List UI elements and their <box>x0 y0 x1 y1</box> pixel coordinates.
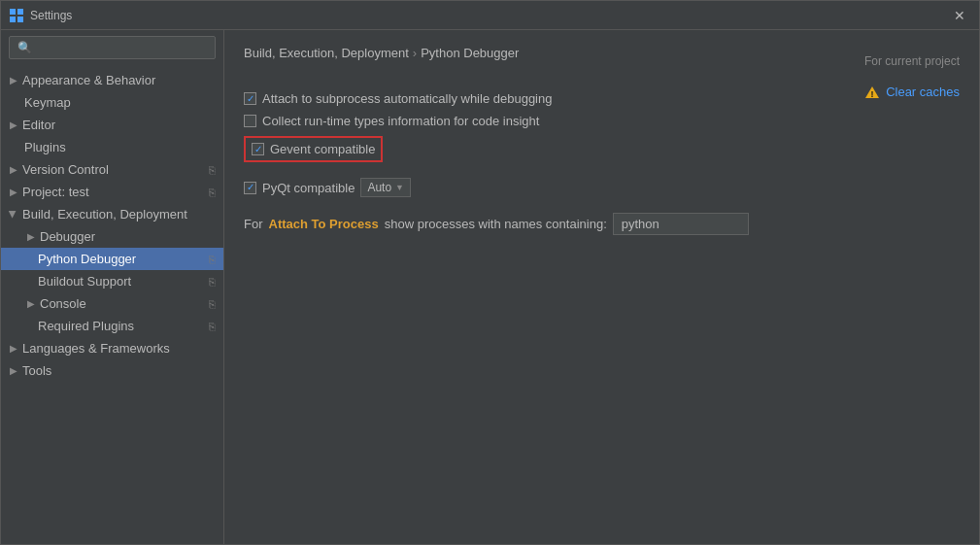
sidebar-item-appearance[interactable]: ▶ Appearance & Behavior <box>1 69 223 91</box>
sidebar-item-python-debugger[interactable]: Python Debugger ⎘ <box>1 248 223 270</box>
svg-text:!: ! <box>871 89 874 99</box>
sidebar-item-label: Keymap <box>24 95 71 110</box>
attach-bold-label: Attach To Process <box>269 217 379 231</box>
dropdown-arrow-icon: ▼ <box>395 183 404 192</box>
sidebar-item-languages[interactable]: ▶ Languages & Frameworks <box>1 337 223 359</box>
copy-icon: ⎘ <box>209 187 216 198</box>
search-input[interactable] <box>9 36 216 59</box>
arrow-open-icon: ▶ <box>7 208 20 221</box>
sidebar-item-label: Buildout Support <box>38 274 131 289</box>
sidebar-item-console[interactable]: ▶ Console ⎘ <box>1 292 223 315</box>
checkbox-runtime-label: Collect run-time types information for c… <box>262 114 539 128</box>
gevent-row: Gevent compatible <box>244 136 383 162</box>
clear-caches-button[interactable]: Clear caches <box>886 85 960 99</box>
copy-icon: ⎘ <box>209 276 216 288</box>
arrow-icon: ▶ <box>7 342 20 356</box>
attach-suffix: show processes with names containing: <box>385 217 607 231</box>
sidebar: ▶ Appearance & Behavior Keymap ▶ Editor … <box>1 30 224 544</box>
checkbox-runtime[interactable]: Collect run-time types information for c… <box>244 114 539 128</box>
checkbox-runtime-box[interactable] <box>244 115 256 127</box>
copy-icon: ⎘ <box>209 164 216 176</box>
sidebar-item-project[interactable]: ▶ Project: test ⎘ <box>1 181 223 203</box>
breadcrumb-separator: › <box>413 46 417 60</box>
sidebar-item-label: Languages & Frameworks <box>22 341 170 356</box>
checkbox-subprocess-label: Attach to subprocess automatically while… <box>262 91 552 106</box>
svg-rect-0 <box>10 9 16 15</box>
attach-prefix: For <box>244 217 263 231</box>
sidebar-item-label: Version Control <box>22 162 109 177</box>
pyqt-row: PyQt compatible Auto ▼ <box>244 178 835 197</box>
main-content: ▶ Appearance & Behavior Keymap ▶ Editor … <box>1 30 979 544</box>
copy-icon: ⎘ <box>209 254 216 265</box>
sidebar-item-required-plugins[interactable]: Required Plugins ⎘ <box>1 315 223 337</box>
sidebar-item-buildout[interactable]: Buildout Support ⎘ <box>1 270 223 292</box>
sidebar-item-label: Editor <box>22 118 55 132</box>
checkbox-gevent-box[interactable] <box>252 143 264 155</box>
sidebar-item-keymap[interactable]: Keymap <box>1 91 223 114</box>
pyqt-label: PyQt compatible <box>262 181 355 195</box>
arrow-icon: ▶ <box>7 186 20 199</box>
pyqt-dropdown[interactable]: Auto ▼ <box>360 178 411 197</box>
sidebar-item-label: Tools <box>22 363 51 378</box>
sidebar-item-plugins[interactable]: Plugins <box>1 136 223 158</box>
svg-rect-3 <box>17 17 23 22</box>
pyqt-dropdown-value: Auto <box>367 181 391 194</box>
close-button[interactable]: ✕ <box>948 6 971 25</box>
sidebar-item-label: Console <box>40 296 86 311</box>
process-name-input[interactable] <box>613 213 749 235</box>
arrow-icon: ▶ <box>24 297 38 311</box>
sidebar-item-label: Python Debugger <box>38 252 136 266</box>
copy-icon: ⎘ <box>209 321 216 332</box>
arrow-icon: ▶ <box>7 119 20 132</box>
checkbox-pyqt-box[interactable] <box>244 182 256 194</box>
app-icon <box>9 8 24 23</box>
arrow-icon: ▶ <box>7 163 20 177</box>
sidebar-item-version-control[interactable]: ▶ Version Control ⎘ <box>1 158 223 181</box>
sidebar-item-label: Required Plugins <box>38 319 134 333</box>
sidebar-item-label: Plugins <box>24 140 66 154</box>
copy-icon: ⎘ <box>209 298 216 310</box>
checkbox-subprocess-box[interactable] <box>244 92 256 105</box>
titlebar: Settings ✕ <box>1 1 979 30</box>
arrow-icon: ▶ <box>7 364 20 378</box>
sidebar-item-tools[interactable]: ▶ Tools <box>1 359 223 382</box>
arrow-icon: ▶ <box>24 230 38 244</box>
svg-rect-2 <box>10 17 16 22</box>
checkbox-gevent[interactable]: Gevent compatible <box>252 142 375 156</box>
nav-tree: ▶ Appearance & Behavior Keymap ▶ Editor … <box>1 65 223 544</box>
sidebar-item-build-exec[interactable]: ▶ Build, Execution, Deployment <box>1 203 223 225</box>
breadcrumb: Build, Execution, Deployment › Python De… <box>244 46 519 60</box>
titlebar-title: Settings <box>30 9 948 22</box>
sidebar-item-label: Debugger <box>40 229 95 244</box>
breadcrumb-part1: Build, Execution, Deployment <box>244 46 409 60</box>
checkbox-row-runtime: Collect run-time types information for c… <box>244 114 835 128</box>
checkbox-pyqt[interactable]: PyQt compatible <box>244 181 355 195</box>
gevent-label: Gevent compatible <box>270 142 375 156</box>
clear-caches-area: ! Clear caches <box>864 85 960 99</box>
sidebar-item-debugger[interactable]: ▶ Debugger <box>1 225 223 248</box>
content-area: Build, Execution, Deployment › Python De… <box>224 30 979 544</box>
for-current-project-label: For current project <box>864 54 960 68</box>
sidebar-item-label: Appearance & Behavior <box>22 73 155 87</box>
settings-window: Settings ✕ ▶ Appearance & Behavior Keyma… <box>0 0 980 545</box>
warning-icon: ! <box>864 85 880 99</box>
breadcrumb-current: Python Debugger <box>421 46 519 60</box>
arrow-icon: ▶ <box>7 74 20 87</box>
checkbox-subprocess[interactable]: Attach to subprocess automatically while… <box>244 91 552 106</box>
sidebar-item-label: Build, Execution, Deployment <box>22 207 187 221</box>
attach-to-process-row: For Attach To Process show processes wit… <box>244 213 835 235</box>
checkbox-row-subprocess: Attach to subprocess automatically while… <box>244 91 960 106</box>
sidebar-item-editor[interactable]: ▶ Editor <box>1 114 223 136</box>
svg-rect-1 <box>17 9 23 15</box>
sidebar-item-label: Project: test <box>22 185 89 199</box>
